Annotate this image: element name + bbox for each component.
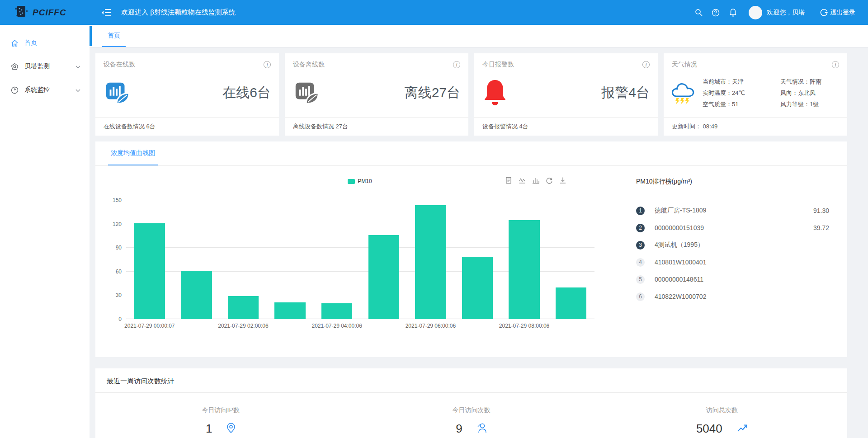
- bar[interactable]: [181, 271, 212, 319]
- ranking-row: 34测试机（1995）: [636, 236, 829, 254]
- sidebar-item-home[interactable]: 首页: [0, 31, 90, 55]
- chart-plot-area: 0306090120150: [126, 200, 594, 319]
- user-greeting: 欢迎您，贝塔: [767, 9, 805, 17]
- x-axis-tick-label: 2021-07-29 02:00:06: [218, 323, 268, 329]
- device-name: 4测试机（1995）: [655, 241, 704, 249]
- sidebar-item-label: 系统监控: [24, 86, 50, 94]
- app-logo: PCIFFC: [0, 4, 90, 21]
- stat-label: 访问总次数: [706, 406, 738, 414]
- pm10-value: 91.30: [813, 207, 829, 214]
- pm10-ranking-panel: PM10排行榜(μg/m³) 1德航厂房-TS-180991.302000000…: [615, 172, 843, 333]
- system-monitor-icon: [11, 86, 19, 94]
- user-avatar[interactable]: [749, 6, 762, 19]
- stat-label: 今日访问次数: [452, 406, 490, 414]
- rank-badge: 4: [636, 258, 645, 267]
- ranking-title: PM10排行榜(μg/m³): [636, 178, 829, 186]
- download-icon[interactable]: [559, 177, 566, 184]
- card-title: 天气情况: [672, 61, 697, 69]
- bar[interactable]: [134, 223, 165, 319]
- bar[interactable]: [556, 287, 586, 319]
- help-icon[interactable]: [707, 9, 724, 17]
- info-icon[interactable]: i: [832, 61, 839, 68]
- rank-badge: 3: [636, 241, 645, 250]
- rank-badge: 2: [636, 224, 645, 232]
- device-name: 德航厂房-TS-1809: [655, 207, 706, 215]
- visits-card-title: 最近一周访问次数统计: [95, 368, 847, 393]
- x-axis-tick-label: 2021-07-29 04:00:06: [311, 323, 362, 329]
- info-icon[interactable]: i: [264, 61, 271, 68]
- x-axis-tick-label: 2021-07-29 08:00:06: [499, 323, 549, 329]
- sidebar: 首页 贝塔监测 系统监控: [0, 25, 90, 438]
- weather-air-quality: 空气质量：51: [703, 99, 780, 110]
- card-footer: 设备报警情况 4台: [474, 117, 658, 136]
- main-area: 首页 设备在线数 i: [90, 25, 868, 438]
- logout-label: 退出登录: [830, 9, 855, 17]
- stat-value: 5040: [696, 422, 722, 436]
- bar[interactable]: [462, 257, 493, 320]
- search-icon[interactable]: [690, 9, 707, 16]
- rank-badge: 1: [636, 207, 645, 215]
- sidebar-item-label: 贝塔监测: [24, 62, 50, 71]
- card-title: 今日报警数: [482, 61, 514, 69]
- card-devices-online: 设备在线数 i 在线6台: [95, 53, 279, 136]
- stat-cards-row: 设备在线数 i 在线6台: [95, 53, 847, 136]
- device-online-icon: [104, 78, 132, 108]
- info-icon[interactable]: i: [453, 61, 460, 68]
- y-axis-tick-label: 120: [113, 221, 122, 227]
- page-title: 欢迎进入 β射线法颗粒物在线监测系统: [121, 8, 236, 17]
- device-name: 00000000151039: [655, 224, 704, 231]
- tab-accent-bar: [90, 26, 92, 46]
- tab-concentration-curve[interactable]: 浓度均值曲线图: [108, 141, 158, 165]
- bar[interactable]: [228, 296, 259, 319]
- notifications-bell-icon[interactable]: [724, 8, 741, 17]
- stat-value: 9: [456, 422, 462, 436]
- stat-label: 今日访问IP数: [202, 406, 240, 414]
- card-title: 设备离线数: [293, 61, 325, 69]
- logout-button[interactable]: 退出登录: [820, 9, 855, 17]
- x-axis-tick-label: 2021-07-29 00:00:07: [124, 323, 175, 329]
- bar[interactable]: [274, 302, 305, 319]
- bar[interactable]: [321, 303, 352, 319]
- bar-chart-icon[interactable]: [532, 177, 539, 184]
- device-name: 00000000148611: [655, 276, 703, 283]
- line-chart-icon[interactable]: [519, 177, 526, 184]
- y-axis-tick-label: 0: [118, 316, 122, 322]
- bar[interactable]: [368, 235, 399, 319]
- bar[interactable]: [509, 220, 539, 319]
- ranking-row: 1德航厂房-TS-180991.30: [636, 202, 829, 219]
- data-view-icon[interactable]: [505, 177, 512, 184]
- card-weather: 天气情况 i: [664, 53, 847, 136]
- device-name: 410822W1000702: [655, 293, 706, 300]
- weather-update-time: 更新时间： 08:49: [664, 117, 847, 136]
- chevron-down-icon: [75, 63, 80, 70]
- y-axis-tick-label: 60: [116, 268, 122, 275]
- tab-home[interactable]: 首页: [102, 25, 126, 47]
- weather-city: 当前城市：天津: [703, 76, 780, 87]
- sidebar-item-beta-monitor[interactable]: 贝塔监测: [0, 55, 90, 78]
- card-footer: 在线设备数情况 6台: [95, 117, 279, 136]
- sidebar-collapse-icon[interactable]: [101, 9, 111, 17]
- refresh-icon[interactable]: [546, 177, 553, 184]
- chart-card-tabs: 浓度均值曲线图: [95, 141, 847, 166]
- logo-icon: [14, 4, 29, 21]
- legend-swatch: [348, 179, 355, 184]
- card-footer: 离线设备数情况 27台: [285, 117, 468, 136]
- rank-badge: 6: [636, 292, 645, 301]
- weather-temperature: 实时温度：24℃: [703, 87, 780, 99]
- info-icon[interactable]: i: [642, 61, 650, 68]
- stat-today-ip: 今日访问IP数 1: [95, 406, 346, 436]
- legend-pm10[interactable]: PM10: [348, 178, 372, 184]
- app-header: PCIFFC 欢迎进入 β射线法颗粒物在线监测系统 欢迎您，贝塔: [0, 0, 868, 25]
- bar[interactable]: [415, 205, 446, 319]
- y-axis-tick-label: 90: [116, 245, 122, 251]
- sidebar-item-label: 首页: [24, 39, 37, 47]
- card-title: 设备在线数: [104, 61, 135, 69]
- chart-x-axis-labels: 2021-07-29 00:00:072021-07-29 02:00:0620…: [126, 319, 594, 333]
- legend-label: PM10: [358, 178, 372, 184]
- online-count-value: 在线6台: [222, 84, 271, 102]
- ranking-row: 500000000148611: [636, 271, 829, 288]
- weekly-visits-card: 最近一周访问次数统计 今日访问IP数 1: [95, 368, 847, 438]
- sidebar-item-system-monitor[interactable]: 系统监控: [0, 78, 90, 102]
- stat-total-visits: 访问总次数 5040: [597, 406, 847, 436]
- weather-condition: 天气情况：阵雨: [780, 76, 821, 87]
